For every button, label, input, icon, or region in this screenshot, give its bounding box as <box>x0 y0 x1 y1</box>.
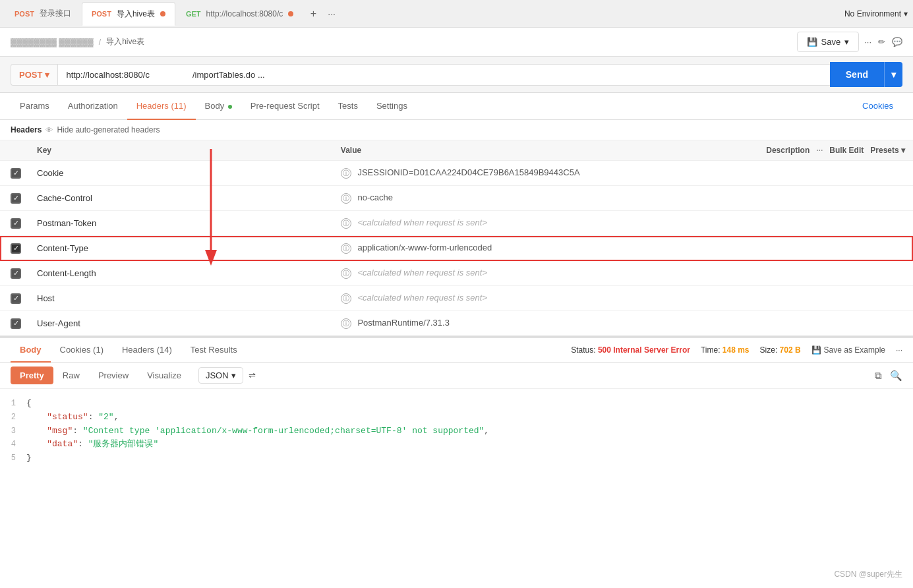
headers-count-badge: (11) <box>171 101 186 111</box>
headers-area: Headers 👁 Hide auto-generated headers Ke… <box>0 120 913 337</box>
send-button[interactable]: Send ▾ <box>830 62 902 87</box>
resp-tab-test-results[interactable]: Test Results <box>181 338 247 363</box>
tab-headers[interactable]: Headers (11) <box>127 93 196 120</box>
send-button-main[interactable]: Send <box>830 62 884 87</box>
response-more-icon[interactable]: ··· <box>896 345 902 355</box>
row-desc-7[interactable] <box>734 311 913 337</box>
row-key-6[interactable]: Host <box>29 286 333 311</box>
format-select[interactable]: JSON ▾ <box>198 367 243 384</box>
row-key-5[interactable]: Content-Length <box>29 261 333 286</box>
tab-authorization[interactable]: Authorization <box>59 93 127 120</box>
format-label: JSON <box>206 370 229 380</box>
row-checkbox-3[interactable]: ✓ <box>0 211 29 236</box>
row-key-7[interactable]: User-Agent <box>29 311 333 337</box>
environment-selector[interactable]: No Environment ▾ <box>844 9 908 18</box>
code-line-3: 3 "msg": "Content type 'application/x-ww… <box>0 425 913 438</box>
table-row: ✓ User-Agent ⓘ PostmanRuntime/7.31.3 <box>0 311 913 337</box>
row-checkbox-6[interactable]: ✓ <box>0 286 29 311</box>
comment-icon[interactable]: 💬 <box>892 37 902 47</box>
tab-get[interactable]: GET http://localhost:8080/c <box>177 2 303 26</box>
tab-body[interactable]: Body <box>196 93 241 120</box>
presets-button[interactable]: Presets ▾ <box>870 146 905 155</box>
row-key-2[interactable]: Cache-Control <box>29 186 333 211</box>
row-value-5[interactable]: ⓘ <calculated when request is sent> <box>333 261 734 286</box>
edit-icon[interactable]: ✏ <box>878 37 885 47</box>
tab-settings[interactable]: Settings <box>367 93 417 120</box>
row-desc-6[interactable] <box>734 286 913 311</box>
tab-params[interactable]: Params <box>11 93 59 120</box>
more-options-icon[interactable]: ··· <box>864 37 871 47</box>
resp-tab-cookies[interactable]: Cookies (1) <box>51 338 113 363</box>
row-desc-3[interactable] <box>734 211 913 236</box>
row-checkbox-5[interactable]: ✓ <box>0 261 29 286</box>
save-example-label: Save as Example <box>824 345 885 355</box>
info-icon-7: ⓘ <box>341 318 351 329</box>
tab-import-hive[interactable]: POST 导入hive表 <box>82 2 175 26</box>
wrap-button[interactable]: ⇌ <box>249 370 256 380</box>
row-desc-2[interactable] <box>734 186 913 211</box>
row-checkbox-4[interactable]: ✓ <box>0 236 29 261</box>
table-row: ✓ Host ⓘ <calculated when request is sen… <box>0 286 913 311</box>
row-value-1[interactable]: ⓘ JSESSIONID=D01CAA224D04CE79B6A15849B94… <box>333 161 734 186</box>
save-dropdown-icon[interactable]: ▾ <box>844 37 849 47</box>
row-value-7[interactable]: ⓘ PostmanRuntime/7.31.3 <box>333 311 734 337</box>
row-value-3[interactable]: ⓘ <calculated when request is sent> <box>333 211 734 236</box>
table-more-icon[interactable]: ··· <box>816 146 823 155</box>
breadcrumb-path: ▓▓▓▓▓▓▓▓ ▓▓▓▓▓▓ <box>11 38 94 47</box>
tab-modified-dot-2 <box>160 11 165 16</box>
eye-icon: 👁 <box>45 126 53 134</box>
row-value-4[interactable]: ⓘ application/x-www-form-urlencoded <box>333 236 734 261</box>
row-checkbox-1[interactable]: ✓ <box>0 161 29 186</box>
chevron-down-icon: ▾ <box>904 9 908 18</box>
row-value-text-6: <calculated when request is sent> <box>357 293 487 303</box>
tab-method-post-1: POST <box>15 10 34 18</box>
env-label: No Environment <box>844 9 901 18</box>
info-icon-6: ⓘ <box>341 293 351 304</box>
row-key-4[interactable]: Content-Type <box>29 236 333 261</box>
bulk-edit-button[interactable]: Bulk Edit <box>829 146 864 155</box>
hide-auto-headers-label[interactable]: Hide auto-generated headers <box>57 125 160 134</box>
response-tabs-bar: Body Cookies (1) Headers (14) Test Resul… <box>0 337 913 363</box>
method-chevron: ▾ <box>45 70 49 80</box>
row-value-text-1: JSESSIONID=D01CAA224D04CE79B6A15849B9443… <box>357 167 579 177</box>
subtab-visualize[interactable]: Visualize <box>138 367 191 384</box>
subtab-raw[interactable]: Raw <box>53 367 89 384</box>
row-checkbox-2[interactable]: ✓ <box>0 186 29 211</box>
row-desc-1[interactable] <box>734 161 913 186</box>
body-active-dot <box>228 105 232 109</box>
row-key-1[interactable]: Cookie <box>29 161 333 186</box>
tab-prerequest[interactable]: Pre-request Script <box>241 93 329 120</box>
tab-tests[interactable]: Tests <box>329 93 367 120</box>
tab-label-login: 登录接口 <box>40 8 71 19</box>
info-icon-2: ⓘ <box>341 193 351 204</box>
method-select[interactable]: POST ▾ <box>11 64 57 86</box>
size-value: 702 B <box>780 345 801 355</box>
row-value-6[interactable]: ⓘ <calculated when request is sent> <box>333 286 734 311</box>
subtab-preview[interactable]: Preview <box>89 367 138 384</box>
resp-tab-body[interactable]: Body <box>11 338 51 363</box>
send-button-dropdown[interactable]: ▾ <box>884 62 902 87</box>
code-display: 1 { 2 "status": "2", 3 "msg": "Content t… <box>0 389 913 473</box>
row-desc-4[interactable] <box>734 236 913 261</box>
tab-cookies[interactable]: Cookies <box>853 93 902 120</box>
row-value-2[interactable]: ⓘ no-cache <box>333 186 734 211</box>
save-example-button[interactable]: 💾 Save as Example <box>811 345 885 355</box>
row-checkbox-7[interactable]: ✓ <box>0 311 29 337</box>
copy-icon[interactable]: ⧉ <box>875 370 882 382</box>
add-tab-button[interactable]: + <box>304 5 322 23</box>
subtab-pretty[interactable]: Pretty <box>11 367 53 384</box>
tab-more-button[interactable]: ··· <box>324 9 339 19</box>
tab-login[interactable]: POST 登录接口 <box>5 2 80 26</box>
tab-method-post-2: POST <box>92 10 111 18</box>
line-number-2: 2 <box>0 411 26 424</box>
save-button[interactable]: 💾 Save ▾ <box>797 32 860 52</box>
row-key-3[interactable]: Postman-Token <box>29 211 333 236</box>
line-number-5: 5 <box>0 452 26 465</box>
search-icon[interactable]: 🔍 <box>890 370 902 382</box>
tab-label-get: http://localhost:8080/c <box>206 9 283 18</box>
resp-tab-headers[interactable]: Headers (14) <box>113 338 181 363</box>
url-input[interactable] <box>57 64 829 86</box>
line-number-1: 1 <box>0 397 26 410</box>
row-desc-5[interactable] <box>734 261 913 286</box>
row-value-text-3: <calculated when request is sent> <box>357 218 487 227</box>
